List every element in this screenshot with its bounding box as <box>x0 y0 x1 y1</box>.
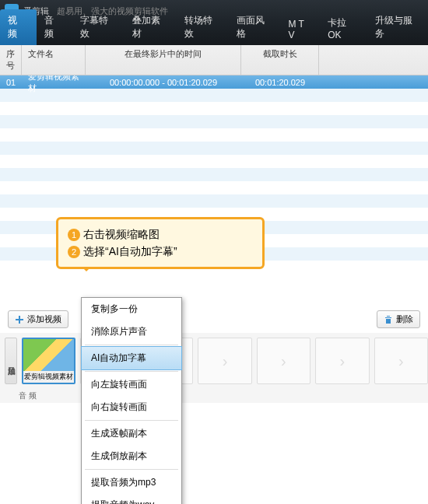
clip-strip: 已添加片段 爱剪辑视频素材 › › › › › › <box>0 333 428 389</box>
audio-row-label: 音 频 <box>0 389 428 403</box>
chevron-right-icon: › <box>340 352 346 370</box>
chevron-right-icon: › <box>223 352 228 370</box>
table-row[interactable] <box>0 115 428 128</box>
strip-side-label: 已添加片段 <box>5 338 17 384</box>
empty-slot[interactable]: › <box>374 338 428 384</box>
menu-ai-subtitle[interactable]: AI自动加字幕 <box>81 346 182 370</box>
menu-rotate-left[interactable]: 向左旋转画面 <box>82 373 181 396</box>
svg-rect-1 <box>16 319 23 320</box>
menu-rotate-right[interactable]: 向右旋转画面 <box>82 396 181 418</box>
table-header: 序号 文件名 在最终影片中的时间 截取时长 <box>0 45 428 75</box>
add-video-label: 添加视频 <box>27 313 61 325</box>
trash-icon <box>384 315 393 324</box>
empty-slot[interactable]: › <box>198 338 251 384</box>
menu-extract-wav[interactable]: 提取音频为wav <box>82 494 181 504</box>
tab-mtv[interactable]: M T V <box>280 14 320 45</box>
tab-karaoke[interactable]: 卡拉OK <box>320 12 367 45</box>
menu-mute-original[interactable]: 消除原片声音 <box>82 320 181 343</box>
callout-line: 选择“AI自动加字幕” <box>83 245 177 257</box>
video-thumbnail[interactable]: 爱剪辑视频素材 <box>22 338 75 384</box>
plus-icon <box>15 315 24 324</box>
table-row[interactable] <box>0 102 428 115</box>
instruction-callout: 1右击视频缩略图 2选择“AI自动加字幕” <box>56 217 265 269</box>
cell-filename: 爱剪辑视频素材 <box>22 75 86 94</box>
col-index: 序号 <box>0 45 22 75</box>
step-number-icon: 1 <box>68 229 80 241</box>
table-row[interactable] <box>0 155 428 168</box>
delete-button[interactable]: 删除 <box>377 310 420 328</box>
thumbnail-label: 爱剪辑视频素材 <box>23 371 74 383</box>
menu-separator <box>85 345 178 345</box>
chevron-right-icon: › <box>281 352 286 370</box>
empty-slot[interactable]: › <box>257 338 310 384</box>
step-number-icon: 2 <box>68 246 80 258</box>
menu-extract-mp3[interactable]: 提取音频为mp3 <box>82 471 181 494</box>
menu-frame-copy[interactable]: 生成逐帧副本 <box>82 422 181 445</box>
table-row[interactable] <box>0 168 428 181</box>
menu-separator <box>85 420 178 421</box>
cell-timerange: 00:00:00.000 - 00:01:20.029 <box>86 78 241 87</box>
empty-slot[interactable]: › <box>315 338 369 384</box>
table-row[interactable] <box>0 128 428 142</box>
table-row[interactable] <box>0 181 428 194</box>
chevron-right-icon: › <box>398 352 404 370</box>
tab-upgrade[interactable]: 升级与服务 <box>367 9 428 45</box>
tab-transition[interactable]: 转场特效 <box>177 9 229 45</box>
col-timerange: 在最终影片中的时间 <box>86 45 241 75</box>
menu-reverse-copy[interactable]: 生成倒放副本 <box>82 445 181 467</box>
menu-separator <box>85 469 178 470</box>
menu-copy[interactable]: 复制多一份 <box>82 298 181 320</box>
delete-label: 删除 <box>396 313 413 325</box>
thumbnail-image <box>23 339 74 371</box>
callout-line: 右击视频缩略图 <box>83 228 160 240</box>
col-duration: 截取时长 <box>241 45 319 75</box>
cell-index: 01 <box>0 78 22 87</box>
main-tabs: 视 频 音 频 字幕特效 叠加素材 转场特效 画面风格 M T V 卡拉OK 升… <box>0 22 428 45</box>
table-row[interactable] <box>0 142 428 155</box>
add-video-button[interactable]: 添加视频 <box>8 310 68 328</box>
tab-audio[interactable]: 音 频 <box>37 9 73 45</box>
col-filename: 文件名 <box>22 45 86 75</box>
table-row[interactable]: 01 爱剪辑视频素材 00:00:00.000 - 00:01:20.029 0… <box>0 75 428 89</box>
tab-overlay[interactable]: 叠加素材 <box>125 9 177 45</box>
context-menu: 复制多一份 消除原片声音 AI自动加字幕 向左旋转画面 向右旋转画面 生成逐帧副… <box>81 297 182 504</box>
tab-subtitle-fx[interactable]: 字幕特效 <box>72 9 125 45</box>
tab-video[interactable]: 视 频 <box>0 9 37 45</box>
clip-toolbar: 添加视频 删除 <box>0 306 428 333</box>
table-row[interactable] <box>0 194 428 208</box>
cell-duration: 00:01:20.029 <box>241 78 319 87</box>
tab-style[interactable]: 画面风格 <box>229 9 281 45</box>
menu-separator <box>85 371 178 372</box>
